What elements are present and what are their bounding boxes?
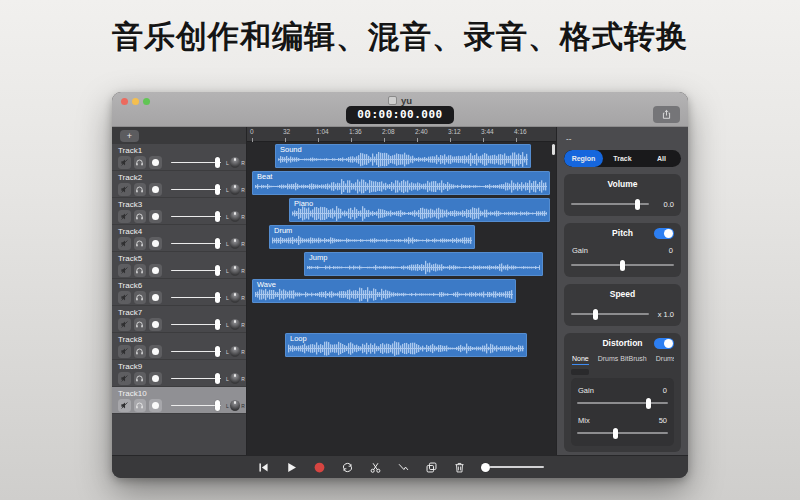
distortion-gain-slider[interactable] [577,397,668,409]
track-volume-thumb[interactable] [215,319,220,330]
track-volume-thumb[interactable] [215,265,220,276]
track-row[interactable]: Track10LR [112,387,246,414]
record-arm-button[interactable] [149,291,162,304]
time-ruler[interactable]: 0321:041:362:082:403:123:444:16 [247,127,556,142]
record-button[interactable] [312,460,327,475]
monitor-headphones-button[interactable] [134,210,147,223]
track-volume-thumb[interactable] [215,238,220,249]
track-row[interactable]: Track8LR [112,333,246,360]
track-volume-thumb[interactable] [215,373,220,384]
track-row[interactable]: Track1LR [112,144,246,171]
audio-clip[interactable]: Beat [252,171,550,195]
fade-button[interactable] [396,460,411,475]
mute-button[interactable] [118,399,131,412]
mute-button[interactable] [118,183,131,196]
pan-knob[interactable] [230,373,241,384]
distortion-toggle[interactable] [654,338,674,349]
mute-button[interactable] [118,318,131,331]
audio-clip[interactable]: Sound [275,144,531,168]
monitor-headphones-button[interactable] [134,399,147,412]
share-button[interactable] [653,106,680,123]
play-button[interactable] [284,460,299,475]
add-track-button[interactable]: + [120,130,139,142]
track-volume-slider[interactable] [171,210,221,223]
preset-tab[interactable]: Drums [656,355,674,365]
track-volume-thumb[interactable] [215,184,220,195]
monitor-headphones-button[interactable] [134,372,147,385]
track-row[interactable]: Track9LR [112,360,246,387]
vertical-scrollbar[interactable] [552,144,555,155]
mute-button[interactable] [118,156,131,169]
track-volume-slider[interactable] [171,291,221,304]
mute-button[interactable] [118,237,131,250]
track-row[interactable]: Track5LR [112,252,246,279]
mute-button[interactable] [118,372,131,385]
record-arm-button[interactable] [149,372,162,385]
pitch-gain-slider[interactable] [571,259,674,271]
record-arm-button[interactable] [149,264,162,277]
track-volume-slider[interactable] [171,372,221,385]
monitor-headphones-button[interactable] [134,183,147,196]
track-row[interactable]: Track7LR [112,306,246,333]
monitor-headphones-button[interactable] [134,345,147,358]
mute-button[interactable] [118,264,131,277]
track-volume-thumb[interactable] [215,211,220,222]
audio-clip[interactable]: Loop [285,333,527,357]
skip-start-button[interactable] [256,460,271,475]
master-volume-slider[interactable] [480,461,544,474]
pan-knob[interactable] [230,319,241,330]
preset-tab[interactable]: Drums BitBrush [598,355,647,365]
mute-button[interactable] [118,345,131,358]
distortion-mix-slider[interactable] [577,427,668,439]
monitor-headphones-button[interactable] [134,318,147,331]
audio-clip[interactable]: Piano [289,198,550,222]
track-volume-slider[interactable] [171,183,221,196]
track-volume-slider[interactable] [171,345,221,358]
record-arm-button[interactable] [149,183,162,196]
trash-button[interactable] [452,460,467,475]
record-arm-button[interactable] [149,318,162,331]
track-row[interactable]: Track2LR [112,171,246,198]
audio-clip[interactable]: Wave [252,279,516,303]
record-arm-button[interactable] [149,210,162,223]
pan-knob[interactable] [230,184,241,195]
loop-button[interactable] [340,460,355,475]
track-volume-slider[interactable] [171,156,221,169]
volume-slider[interactable] [571,198,649,210]
track-volume-slider[interactable] [171,399,221,412]
monitor-headphones-button[interactable] [134,291,147,304]
master-volume-thumb[interactable] [481,463,490,472]
pan-knob[interactable] [230,346,241,357]
monitor-headphones-button[interactable] [134,156,147,169]
record-arm-button[interactable] [149,237,162,250]
mute-button[interactable] [118,210,131,223]
track-volume-slider[interactable] [171,264,221,277]
pitch-gain-slider-thumb[interactable] [620,260,625,271]
pan-knob[interactable] [230,292,241,303]
record-arm-button[interactable] [149,156,162,169]
audio-clip[interactable]: Drum [269,225,475,249]
distortion-gain-slider-thumb[interactable] [646,398,651,409]
scope-tab[interactable]: All [642,150,681,167]
mute-button[interactable] [118,291,131,304]
track-volume-thumb[interactable] [215,346,220,357]
speed-slider-thumb[interactable] [593,309,598,320]
track-volume-thumb[interactable] [215,400,220,411]
track-row[interactable]: Track4LR [112,225,246,252]
pitch-toggle[interactable] [654,228,674,239]
monitor-headphones-button[interactable] [134,264,147,277]
pan-knob[interactable] [230,238,241,249]
pan-knob[interactable] [230,211,241,222]
record-arm-button[interactable] [149,345,162,358]
pan-knob[interactable] [230,265,241,276]
track-volume-slider[interactable] [171,318,221,331]
pan-knob[interactable] [230,400,241,411]
pan-knob[interactable] [230,157,241,168]
volume-slider-thumb[interactable] [635,199,640,210]
track-volume-thumb[interactable] [215,292,220,303]
duplicate-button[interactable] [424,460,439,475]
track-volume-slider[interactable] [171,237,221,250]
distortion-mix-slider-thumb[interactable] [613,428,618,439]
scope-tab[interactable]: Region [564,150,603,167]
preset-tab[interactable]: None [572,355,589,365]
